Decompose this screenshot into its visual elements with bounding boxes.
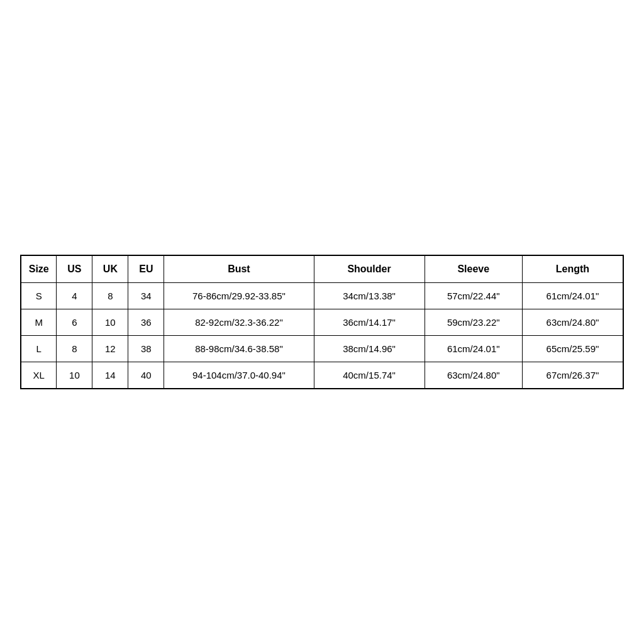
cell-us: 8	[57, 336, 92, 362]
cell-size: L	[21, 336, 57, 362]
cell-shoulder: 36cm/14.17"	[314, 309, 425, 336]
table-row: XL10144094-104cm/37.0-40.94"40cm/15.74"6…	[21, 362, 623, 389]
cell-shoulder: 40cm/15.74"	[314, 362, 425, 389]
header-eu: EU	[128, 255, 164, 283]
cell-shoulder: 38cm/14.96"	[314, 336, 425, 362]
cell-uk: 12	[92, 336, 128, 362]
cell-sleeve: 59cm/23.22"	[425, 309, 522, 336]
size-chart-wrapper: Size US UK EU Bust Shoulder Sleeve Lengt…	[20, 255, 624, 389]
header-bust: Bust	[164, 255, 314, 283]
cell-sleeve: 57cm/22.44"	[425, 283, 522, 309]
cell-size: M	[21, 309, 57, 336]
table-row: S483476-86cm/29.92-33.85"34cm/13.38"57cm…	[21, 283, 623, 309]
cell-sleeve: 63cm/24.80"	[425, 362, 522, 389]
header-uk: UK	[92, 255, 128, 283]
header-us: US	[57, 255, 92, 283]
header-size: Size	[21, 255, 57, 283]
cell-us: 4	[57, 283, 92, 309]
cell-eu: 40	[128, 362, 164, 389]
cell-length: 61cm/24.01"	[522, 283, 623, 309]
cell-bust: 94-104cm/37.0-40.94"	[164, 362, 314, 389]
size-chart-table: Size US UK EU Bust Shoulder Sleeve Lengt…	[20, 255, 624, 389]
cell-us: 6	[57, 309, 92, 336]
cell-bust: 88-98cm/34.6-38.58"	[164, 336, 314, 362]
cell-sleeve: 61cm/24.01"	[425, 336, 522, 362]
cell-size: XL	[21, 362, 57, 389]
cell-bust: 76-86cm/29.92-33.85"	[164, 283, 314, 309]
cell-shoulder: 34cm/13.38"	[314, 283, 425, 309]
cell-length: 65cm/25.59"	[522, 336, 623, 362]
cell-eu: 36	[128, 309, 164, 336]
table-row: L8123888-98cm/34.6-38.58"38cm/14.96"61cm…	[21, 336, 623, 362]
table-header-row: Size US UK EU Bust Shoulder Sleeve Lengt…	[21, 255, 623, 283]
header-sleeve: Sleeve	[425, 255, 522, 283]
cell-eu: 38	[128, 336, 164, 362]
cell-length: 63cm/24.80"	[522, 309, 623, 336]
table-row: M6103682-92cm/32.3-36.22"36cm/14.17"59cm…	[21, 309, 623, 336]
cell-size: S	[21, 283, 57, 309]
cell-length: 67cm/26.37"	[522, 362, 623, 389]
cell-bust: 82-92cm/32.3-36.22"	[164, 309, 314, 336]
cell-uk: 8	[92, 283, 128, 309]
cell-eu: 34	[128, 283, 164, 309]
cell-uk: 10	[92, 309, 128, 336]
header-shoulder: Shoulder	[314, 255, 425, 283]
header-length: Length	[522, 255, 623, 283]
cell-uk: 14	[92, 362, 128, 389]
cell-us: 10	[57, 362, 92, 389]
